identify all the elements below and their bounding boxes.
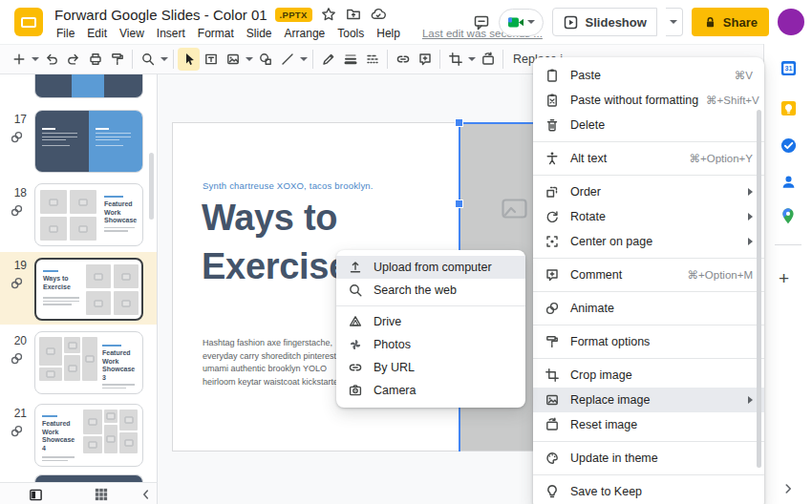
menu-edit[interactable]: Edit	[85, 26, 109, 41]
menu-item-comment[interactable]: Comment⌘+Option+M	[533, 262, 764, 287]
keep-icon[interactable]	[779, 98, 798, 117]
border-weight-button[interactable]	[339, 48, 361, 71]
submenu-item-by-url[interactable]: By URL	[336, 356, 525, 379]
insert-link-button[interactable]	[392, 48, 414, 71]
undo-button[interactable]	[40, 48, 62, 71]
slide-eyebrow-text[interactable]: Synth chartreuse XOXO, tacos brooklyn.	[203, 180, 374, 191]
menu-item-center-on-page[interactable]: Center on page	[533, 229, 764, 254]
slide-body-text[interactable]: Hashtag fashion axe fingerstache, everyd…	[203, 337, 343, 388]
menu-view[interactable]: View	[118, 26, 146, 41]
menu-divider	[533, 474, 764, 475]
menu-insert[interactable]: Insert	[155, 26, 187, 41]
menu-item-update-in-theme[interactable]: Update in theme	[533, 446, 764, 471]
menu-item-format-options[interactable]: Format options	[533, 329, 764, 354]
crop-button[interactable]	[444, 48, 466, 71]
selection-handle-top-left[interactable]	[456, 119, 462, 126]
print-button[interactable]	[84, 48, 106, 71]
filmstrip-view-button[interactable]	[27, 486, 44, 503]
menu-item-paste-without-formatting[interactable]: Paste without formatting⌘+Shift+V	[533, 88, 764, 113]
redo-button[interactable]	[62, 48, 84, 71]
contacts-icon[interactable]	[779, 172, 798, 191]
selection-handle-mid-left[interactable]	[456, 200, 462, 207]
move-to-folder-icon[interactable]	[345, 6, 362, 23]
insert-image-dropdown[interactable]	[244, 48, 254, 71]
crop-dropdown[interactable]	[466, 48, 477, 71]
menu-item-replace-image[interactable]: Replace image	[533, 388, 764, 412]
meet-button[interactable]	[499, 9, 544, 36]
new-slide-dropdown[interactable]	[30, 48, 40, 71]
document-title[interactable]: Forward Google Slides - Color 01	[54, 7, 267, 23]
reset-image-button[interactable]	[477, 48, 499, 71]
menu-tools[interactable]: Tools	[335, 26, 366, 41]
submenu-arrow-icon	[748, 213, 753, 220]
zoom-button[interactable]	[137, 48, 159, 71]
grid-view-button[interactable]	[93, 486, 110, 503]
menu-item-order[interactable]: Order	[533, 179, 764, 204]
collapse-filmstrip-chevron-icon[interactable]	[138, 486, 155, 503]
slide-thumbnail-22-partial[interactable]	[34, 474, 143, 482]
menu-arrange[interactable]: Arrange	[283, 26, 328, 41]
menu-item-save-to-keep[interactable]: Save to Keep	[533, 479, 764, 504]
reset-image-icon	[545, 417, 560, 432]
menu-file[interactable]: File	[54, 26, 76, 41]
share-button[interactable]: Share	[692, 8, 769, 36]
submenu-item-upload-from-computer[interactable]: Upload from computer	[336, 256, 525, 279]
menu-item-delete[interactable]: Delete	[533, 113, 764, 137]
menu-item-reset-image[interactable]: Reset image	[533, 412, 764, 437]
new-slide-button[interactable]	[8, 48, 30, 71]
menu-item-alt-text[interactable]: Alt text⌘+Option+Y	[533, 146, 764, 171]
slide-thumbnail-18[interactable]: Featured Work Showcase	[34, 183, 143, 246]
border-dash-button[interactable]	[361, 48, 383, 71]
paint-format-button[interactable]	[106, 48, 128, 71]
thumbnail-decor: Ways to Exercise	[36, 260, 141, 319]
submenu-item-camera[interactable]: Camera	[336, 379, 525, 402]
comment-history-icon[interactable]	[473, 13, 490, 31]
menu-item-animate[interactable]: Animate	[533, 296, 764, 321]
submenu-item-photos[interactable]: Photos	[336, 333, 525, 356]
upload-icon	[348, 260, 363, 275]
text-box-button[interactable]	[200, 48, 222, 71]
slideshow-button[interactable]: Slideshow	[552, 8, 657, 36]
slide-thumbnail-21[interactable]: Featured Work Showcase 4	[34, 404, 143, 467]
zoom-dropdown[interactable]	[159, 48, 169, 71]
maps-icon[interactable]	[779, 206, 798, 225]
calendar-icon[interactable]: 31	[779, 58, 798, 77]
slideshow-dropdown-button[interactable]	[666, 8, 683, 36]
star-icon[interactable]	[320, 6, 337, 23]
menu-help[interactable]: Help	[374, 26, 402, 41]
menu-item-paste[interactable]: Paste⌘V	[533, 63, 764, 88]
menu-format[interactable]: Format	[196, 26, 236, 41]
slides-logo-icon[interactable]	[14, 8, 43, 36]
slide-thumbnail-20[interactable]: Featured Work Showcase 3	[34, 331, 143, 394]
account-avatar[interactable]	[778, 9, 804, 35]
insert-line-button[interactable]	[276, 48, 298, 71]
submenu-item-drive[interactable]: Drive	[336, 310, 525, 333]
animations-icon[interactable]	[10, 203, 24, 218]
animations-icon[interactable]	[10, 276, 24, 290]
animations-icon[interactable]	[10, 351, 24, 366]
slide-thumbnail-17[interactable]	[34, 110, 143, 173]
animations-icon[interactable]	[10, 130, 24, 144]
thumbnail-decor: Featured Work Showcase 4	[35, 405, 142, 466]
slide-thumbnail-19-selected[interactable]: Ways to Exercise	[34, 258, 143, 321]
select-tool-button[interactable]	[178, 48, 200, 71]
cloud-saved-icon[interactable]	[370, 6, 387, 23]
slide-title-text[interactable]: Ways to Exercise	[202, 194, 349, 291]
menu-item-crop-image[interactable]: Crop image	[533, 363, 764, 388]
slide-thumbnail-16-partial[interactable]	[34, 74, 143, 98]
context-menu-scrollbar[interactable]	[757, 110, 761, 468]
insert-shape-button[interactable]	[254, 48, 276, 71]
animations-icon[interactable]	[10, 424, 24, 438]
submenu-item-search-the-web[interactable]: Search the web	[336, 279, 525, 302]
hide-side-panel-chevron-icon[interactable]	[779, 479, 798, 498]
get-addons-plus-icon[interactable]: +	[779, 269, 789, 288]
insert-image-button[interactable]	[222, 48, 244, 71]
filmstrip-scrollbar[interactable]	[149, 153, 154, 220]
insert-line-dropdown[interactable]	[298, 48, 309, 71]
border-color-button[interactable]	[317, 48, 339, 71]
tasks-icon[interactable]	[779, 136, 798, 155]
add-comment-button[interactable]	[414, 48, 436, 71]
menu-divider	[533, 175, 764, 176]
menu-slide[interactable]: Slide	[245, 26, 274, 41]
menu-item-rotate[interactable]: Rotate	[533, 204, 764, 229]
